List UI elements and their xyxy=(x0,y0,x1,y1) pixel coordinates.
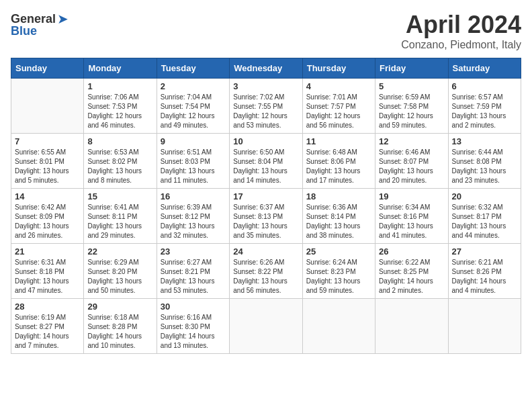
calendar-header-saturday: Saturday xyxy=(448,58,521,79)
calendar-cell: 16Sunrise: 6:39 AM Sunset: 8:12 PM Dayli… xyxy=(157,189,229,244)
day-number: 27 xyxy=(452,246,517,257)
day-number: 5 xyxy=(379,81,444,91)
day-info: Sunrise: 6:48 AM Sunset: 8:06 PM Dayligh… xyxy=(306,148,371,185)
day-number: 18 xyxy=(306,191,371,201)
day-number: 7 xyxy=(15,136,80,146)
calendar-cell: 21Sunrise: 6:31 AM Sunset: 8:18 PM Dayli… xyxy=(11,244,84,299)
calendar-table: SundayMondayTuesdayWednesdayThursdayFrid… xyxy=(11,58,521,354)
calendar-cell: 9Sunrise: 6:51 AM Sunset: 8:03 PM Daylig… xyxy=(157,134,229,189)
day-info: Sunrise: 6:39 AM Sunset: 8:12 PM Dayligh… xyxy=(161,203,226,240)
day-number: 28 xyxy=(15,302,80,312)
calendar-cell: 3Sunrise: 7:02 AM Sunset: 7:55 PM Daylig… xyxy=(230,79,302,134)
title-block: April 2024 Conzano, Piedmont, Italy xyxy=(401,11,521,51)
calendar-cell: 28Sunrise: 6:19 AM Sunset: 8:27 PM Dayli… xyxy=(11,299,84,354)
day-info: Sunrise: 6:27 AM Sunset: 8:21 PM Dayligh… xyxy=(161,258,226,295)
day-info: Sunrise: 6:57 AM Sunset: 7:59 PM Dayligh… xyxy=(452,93,517,130)
calendar-header-friday: Friday xyxy=(375,58,448,79)
day-number: 29 xyxy=(87,302,152,312)
day-info: Sunrise: 7:01 AM Sunset: 7:57 PM Dayligh… xyxy=(306,93,371,130)
calendar-cell: 30Sunrise: 6:16 AM Sunset: 8:30 PM Dayli… xyxy=(157,299,229,354)
day-number: 25 xyxy=(306,246,371,257)
day-number: 19 xyxy=(379,191,444,201)
calendar-cell xyxy=(11,79,84,134)
calendar-cell: 29Sunrise: 6:18 AM Sunset: 8:28 PM Dayli… xyxy=(84,299,157,354)
day-info: Sunrise: 6:37 AM Sunset: 8:13 PM Dayligh… xyxy=(233,203,298,240)
day-info: Sunrise: 6:50 AM Sunset: 8:04 PM Dayligh… xyxy=(233,148,298,185)
day-number: 20 xyxy=(452,191,517,201)
day-number: 1 xyxy=(87,81,152,91)
calendar-cell: 12Sunrise: 6:46 AM Sunset: 8:07 PM Dayli… xyxy=(375,134,448,189)
calendar-cell: 18Sunrise: 6:36 AM Sunset: 8:14 PM Dayli… xyxy=(302,189,375,244)
day-info: Sunrise: 6:16 AM Sunset: 8:30 PM Dayligh… xyxy=(161,313,226,351)
day-number: 23 xyxy=(161,246,226,257)
calendar-header-sunday: Sunday xyxy=(11,58,84,79)
calendar-week-row: 28Sunrise: 6:19 AM Sunset: 8:27 PM Dayli… xyxy=(11,299,521,354)
calendar-cell xyxy=(448,299,521,354)
calendar-cell: 24Sunrise: 6:26 AM Sunset: 8:22 PM Dayli… xyxy=(230,244,302,299)
day-info: Sunrise: 6:31 AM Sunset: 8:18 PM Dayligh… xyxy=(15,258,80,295)
day-number: 9 xyxy=(161,136,226,146)
day-number: 14 xyxy=(15,191,80,201)
day-info: Sunrise: 6:46 AM Sunset: 8:07 PM Dayligh… xyxy=(379,148,444,185)
location-text: Conzano, Piedmont, Italy xyxy=(401,39,521,51)
day-info: Sunrise: 6:24 AM Sunset: 8:23 PM Dayligh… xyxy=(306,258,371,295)
calendar-cell: 2Sunrise: 7:04 AM Sunset: 7:54 PM Daylig… xyxy=(157,79,229,134)
calendar-header-monday: Monday xyxy=(84,58,157,79)
day-number: 10 xyxy=(233,136,298,146)
calendar-cell: 11Sunrise: 6:48 AM Sunset: 8:06 PM Dayli… xyxy=(302,134,375,189)
day-number: 3 xyxy=(233,81,298,91)
logo-bird-icon: ➤ xyxy=(57,11,69,27)
day-info: Sunrise: 6:42 AM Sunset: 8:09 PM Dayligh… xyxy=(15,203,80,240)
day-info: Sunrise: 6:26 AM Sunset: 8:22 PM Dayligh… xyxy=(233,258,298,295)
calendar-cell: 14Sunrise: 6:42 AM Sunset: 8:09 PM Dayli… xyxy=(11,189,84,244)
day-number: 21 xyxy=(15,246,80,257)
day-info: Sunrise: 6:55 AM Sunset: 8:01 PM Dayligh… xyxy=(15,148,80,185)
calendar-cell: 13Sunrise: 6:44 AM Sunset: 8:08 PM Dayli… xyxy=(448,134,521,189)
day-number: 22 xyxy=(87,246,152,257)
day-info: Sunrise: 7:06 AM Sunset: 7:53 PM Dayligh… xyxy=(87,93,152,130)
calendar-cell: 19Sunrise: 6:34 AM Sunset: 8:16 PM Dayli… xyxy=(375,189,448,244)
day-number: 4 xyxy=(306,81,371,91)
day-number: 2 xyxy=(161,81,226,91)
calendar-cell: 25Sunrise: 6:24 AM Sunset: 8:23 PM Dayli… xyxy=(302,244,375,299)
calendar-week-row: 7Sunrise: 6:55 AM Sunset: 8:01 PM Daylig… xyxy=(11,134,521,189)
day-number: 16 xyxy=(161,191,226,201)
calendar-cell: 27Sunrise: 6:21 AM Sunset: 8:26 PM Dayli… xyxy=(448,244,521,299)
calendar-cell: 4Sunrise: 7:01 AM Sunset: 7:57 PM Daylig… xyxy=(302,79,375,134)
calendar-cell: 26Sunrise: 6:22 AM Sunset: 8:25 PM Dayli… xyxy=(375,244,448,299)
calendar-cell: 15Sunrise: 6:41 AM Sunset: 8:11 PM Dayli… xyxy=(84,189,157,244)
day-number: 15 xyxy=(87,191,152,201)
day-number: 12 xyxy=(379,136,444,146)
calendar-cell xyxy=(302,299,375,354)
calendar-cell: 6Sunrise: 6:57 AM Sunset: 7:59 PM Daylig… xyxy=(448,79,521,134)
day-info: Sunrise: 6:59 AM Sunset: 7:58 PM Dayligh… xyxy=(379,93,444,130)
page-header: General ➤ Blue April 2024 Conzano, Piedm… xyxy=(11,11,521,51)
calendar-cell: 5Sunrise: 6:59 AM Sunset: 7:58 PM Daylig… xyxy=(375,79,448,134)
calendar-cell xyxy=(230,299,302,354)
day-info: Sunrise: 6:36 AM Sunset: 8:14 PM Dayligh… xyxy=(306,203,371,240)
day-number: 24 xyxy=(233,246,298,257)
calendar-cell: 7Sunrise: 6:55 AM Sunset: 8:01 PM Daylig… xyxy=(11,134,84,189)
day-info: Sunrise: 6:34 AM Sunset: 8:16 PM Dayligh… xyxy=(379,203,444,240)
day-number: 6 xyxy=(452,81,517,91)
calendar-header-thursday: Thursday xyxy=(302,58,375,79)
calendar-cell: 23Sunrise: 6:27 AM Sunset: 8:21 PM Dayli… xyxy=(157,244,229,299)
day-info: Sunrise: 6:22 AM Sunset: 8:25 PM Dayligh… xyxy=(379,258,444,295)
day-number: 13 xyxy=(452,136,517,146)
logo: General ➤ Blue xyxy=(11,11,69,38)
month-title: April 2024 xyxy=(401,11,521,39)
day-info: Sunrise: 6:32 AM Sunset: 8:17 PM Dayligh… xyxy=(452,203,517,240)
day-info: Sunrise: 6:21 AM Sunset: 8:26 PM Dayligh… xyxy=(452,258,517,295)
calendar-cell xyxy=(375,299,448,354)
day-info: Sunrise: 6:19 AM Sunset: 8:27 PM Dayligh… xyxy=(15,313,80,351)
day-info: Sunrise: 7:02 AM Sunset: 7:55 PM Dayligh… xyxy=(233,93,298,130)
day-info: Sunrise: 6:53 AM Sunset: 8:02 PM Dayligh… xyxy=(87,148,152,185)
calendar-week-row: 1Sunrise: 7:06 AM Sunset: 7:53 PM Daylig… xyxy=(11,79,521,134)
calendar-cell: 10Sunrise: 6:50 AM Sunset: 8:04 PM Dayli… xyxy=(230,134,302,189)
day-number: 8 xyxy=(87,136,152,146)
day-number: 11 xyxy=(306,136,371,146)
calendar-week-row: 21Sunrise: 6:31 AM Sunset: 8:18 PM Dayli… xyxy=(11,244,521,299)
calendar-week-row: 14Sunrise: 6:42 AM Sunset: 8:09 PM Dayli… xyxy=(11,189,521,244)
calendar-cell: 1Sunrise: 7:06 AM Sunset: 7:53 PM Daylig… xyxy=(84,79,157,134)
day-number: 17 xyxy=(233,191,298,201)
